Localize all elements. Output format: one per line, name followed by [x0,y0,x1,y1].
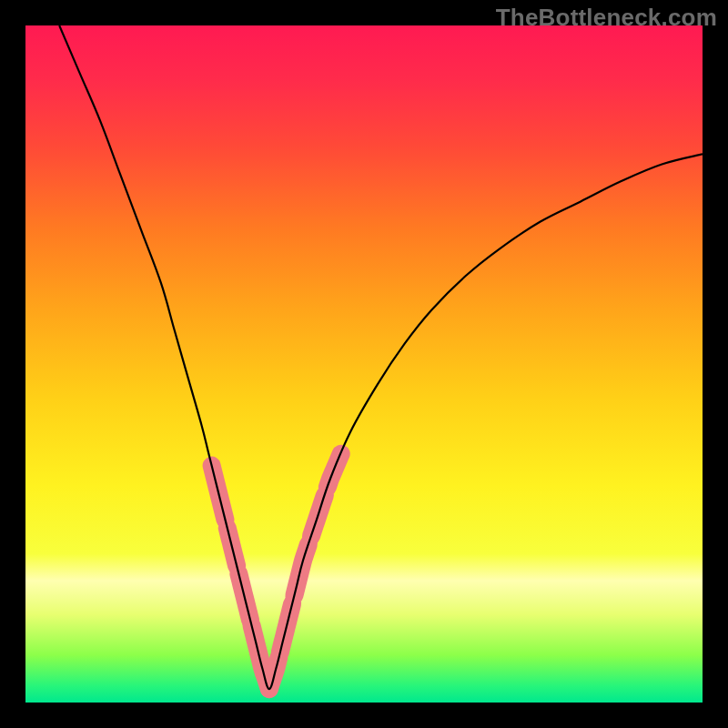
watermark-text: TheBottleneck.com [496,4,717,32]
frame: TheBottleneck.com [0,0,728,728]
chart-svg [25,25,703,703]
gradient-background [25,25,703,703]
plot-area [25,25,703,703]
